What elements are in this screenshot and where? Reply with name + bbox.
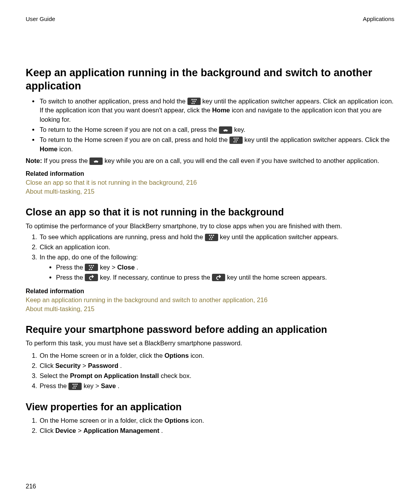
s3-step-3: Select the Prompt on Application Install…	[39, 371, 394, 381]
page-number: 216	[26, 483, 36, 490]
s2-step-3b: Press the key. If necessary, continue to…	[56, 273, 394, 282]
s3-intro: To perform this task, you must have set …	[26, 339, 394, 347]
back-key-icon	[85, 274, 98, 281]
s2-step-2: Click an application icon.	[39, 243, 394, 252]
s2-related-heading: Related information	[26, 288, 394, 295]
heading-keep-app-running: Keep an application running in the backg…	[26, 66, 394, 93]
menu-key-icon	[85, 264, 98, 271]
s2-related-link-1[interactable]: Keep an application running in the backg…	[26, 296, 268, 303]
heading-close-app: Close an app so that it is not running i…	[26, 206, 394, 218]
s1-bullet-2: To return to the Home screen if you are …	[39, 125, 394, 135]
s2-related-link-2[interactable]: About multi-tasking, 215	[26, 305, 94, 312]
s2-step-3: In the app, do one of the following: Pre…	[39, 253, 394, 282]
heading-view-properties: View properties for an application	[26, 401, 394, 413]
s1-related-heading: Related information	[26, 170, 394, 177]
menu-key-icon	[68, 383, 82, 390]
s2-step-3a: Press the key > Close .	[56, 263, 394, 272]
s3-step-1: On the Home screen or in a folder, click…	[39, 351, 394, 360]
menu-key-icon	[187, 98, 201, 105]
s1-note: Note: If you press the key while you are…	[26, 156, 394, 165]
header-right: Applications	[363, 16, 394, 22]
end-key-icon	[219, 126, 232, 134]
s2-intro: To optimise the performance of your Blac…	[26, 222, 394, 230]
s1-related-link-2[interactable]: About multi-tasking, 215	[26, 188, 94, 195]
s4-step-1: On the Home screen or in a folder, click…	[39, 416, 394, 425]
s1-bullet-1: To switch to another application, press …	[39, 97, 394, 125]
menu-key-icon	[205, 234, 218, 241]
s1-related-link-1[interactable]: Close an app so that it is not running i…	[26, 179, 197, 186]
back-key-icon	[212, 274, 225, 281]
s3-step-2: Click Security > Password .	[39, 361, 394, 371]
page-header: User Guide Applications	[26, 16, 394, 22]
end-key-icon	[89, 158, 103, 165]
s2-step-1: To see which applications are running, p…	[39, 233, 394, 242]
s4-step-2: Click Device > Application Management .	[39, 426, 394, 436]
s3-step-4: Press the key > Save .	[39, 382, 394, 391]
heading-require-password: Require your smartphone password before …	[26, 324, 394, 336]
menu-key-icon	[229, 136, 243, 144]
s1-bullet-3: To return to the Home screen if you are …	[39, 135, 394, 154]
header-left: User Guide	[26, 16, 55, 22]
